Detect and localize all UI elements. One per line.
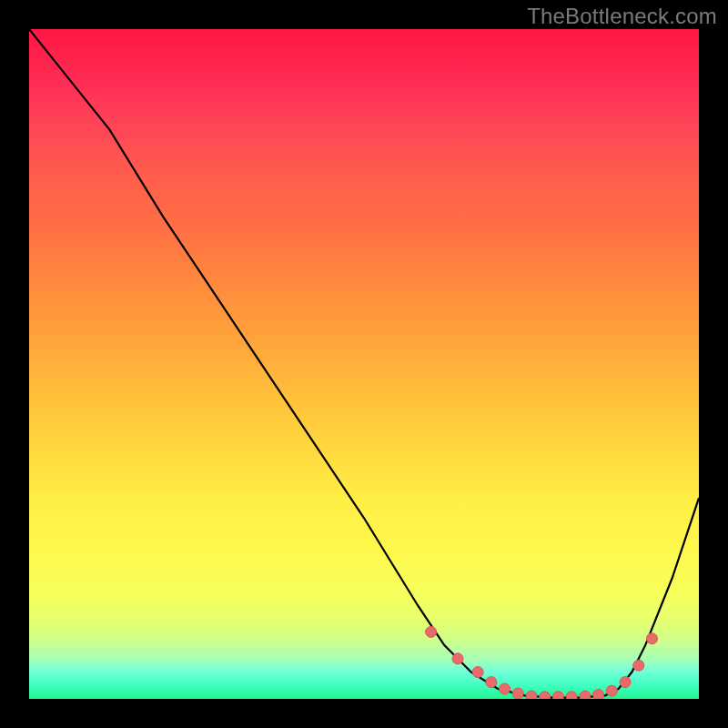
chart-dot — [526, 691, 537, 699]
chart-dot — [552, 692, 563, 699]
chart-dot — [472, 667, 483, 678]
chart-dot — [593, 690, 604, 699]
chart-dot — [633, 660, 644, 671]
chart-dot — [620, 677, 631, 688]
chart-dot — [486, 677, 497, 688]
chart-dot — [500, 683, 511, 694]
chart-dot — [512, 688, 523, 699]
chart-dot — [580, 691, 591, 699]
chart-dot — [646, 633, 657, 644]
chart-dot — [452, 653, 463, 664]
watermark-text: TheBottleneck.com — [527, 4, 717, 29]
chart-dots — [29, 29, 699, 699]
chart-dot — [540, 692, 551, 699]
chart-gradient-area — [29, 29, 699, 699]
chart-dot — [426, 626, 437, 637]
chart-dot — [566, 692, 577, 699]
chart-dot — [606, 685, 617, 696]
